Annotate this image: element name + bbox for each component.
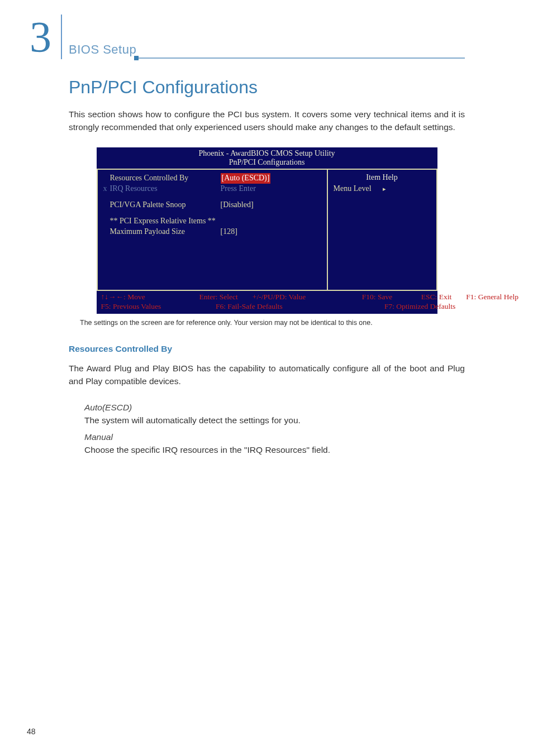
bios-value-payload: [128] (221, 227, 237, 237)
bios-label-resources: Resources Controlled By (110, 174, 189, 182)
def-desc-manual: Choose the specific IRQ resources in the… (84, 443, 465, 456)
def-desc-auto: The system will automatically detect the… (84, 414, 465, 427)
bios-label-payload: Maximum Payload Size (110, 227, 185, 236)
bios-menu-level-label: Menu Level (334, 184, 372, 193)
bios-caption: The settings on the screen are for refer… (80, 318, 454, 328)
chapter-badge: 3 (20, 15, 62, 59)
definition-list: Auto(ESCD) The system will automatically… (84, 401, 465, 456)
bios-title-line2: PnP/PCI Configurations (97, 158, 437, 168)
bios-key-enter: Enter: Select (199, 293, 238, 302)
bios-screen: Phoenix - AwardBIOS CMOS Setup Utility P… (97, 147, 437, 314)
bios-key-esc: ESC: Exit (421, 293, 451, 302)
def-term-auto: Auto(ESCD) (84, 401, 465, 414)
subheading-body: The Award Plug and Play BIOS has the cap… (69, 362, 465, 388)
intro-paragraph: This section shows how to configure the … (69, 108, 465, 134)
page-heading: PnP/PCI Configurations (69, 77, 465, 98)
section-title: BIOS Setup (69, 42, 136, 57)
bios-key-f1: F1: General Help (466, 293, 518, 302)
bios-key-f5: F5: Previous Values (101, 302, 185, 311)
bios-row-pciheader: ** PCI Express Relative Items ** (103, 216, 321, 227)
bios-key-f7: F7: Optimized Defaults (384, 302, 455, 311)
bios-row-palette[interactable]: PCI/VGA Palette Snoop [Disabled] (103, 200, 321, 210)
bios-help-title: Item Help (334, 173, 431, 182)
bios-menu-level: Menu Level ▸ (334, 184, 431, 193)
bios-value-palette: [Disabled] (221, 200, 254, 210)
subheading-resources: Resources Controlled By (69, 344, 465, 354)
bios-title-line1: Phoenix - AwardBIOS CMOS Setup Utility (97, 149, 437, 159)
bios-row-resources[interactable]: Resources Controlled By [Auto (ESCD)] (103, 173, 321, 184)
page-content: PnP/PCI Configurations This section show… (69, 77, 465, 460)
header-rule (134, 58, 465, 59)
bios-title: Phoenix - AwardBIOS CMOS Setup Utility P… (97, 147, 437, 169)
chapter-number: 3 (30, 15, 51, 59)
page-number: 48 (27, 727, 36, 736)
bios-key-pupd: +/-/PU/PD: Value (253, 293, 348, 302)
def-term-manual: Manual (84, 430, 465, 443)
triangle-right-icon: ▸ (383, 185, 386, 193)
bios-panels: Resources Controlled By [Auto (ESCD)] xI… (97, 169, 437, 291)
bios-row-irq: xIRQ Resources Press Enter (103, 184, 321, 194)
bios-value-irq: Press Enter (221, 184, 256, 194)
bios-key-move: ↑↓→←: Move (101, 293, 185, 302)
bios-label-pciheader: ** PCI Express Relative Items ** (110, 217, 216, 225)
bios-key-f6: F6: Fail-Safe Defaults (216, 302, 311, 311)
bios-label-irq: IRQ Resources (110, 184, 158, 193)
bios-key-f10: F10: Save (362, 293, 407, 302)
bios-disabled-x: x (103, 184, 110, 194)
bios-left-panel: Resources Controlled By [Auto (ESCD)] xI… (98, 170, 328, 290)
bios-value-resources[interactable]: [Auto (ESCD)] (221, 173, 271, 184)
bios-right-panel: Item Help Menu Level ▸ (328, 170, 436, 290)
bios-label-palette: PCI/VGA Palette Snoop (110, 200, 186, 209)
bios-footer: ↑↓→←: Move Enter: Select +/-/PU/PD: Valu… (97, 291, 437, 314)
bios-row-payload[interactable]: Maximum Payload Size [128] (103, 227, 321, 237)
